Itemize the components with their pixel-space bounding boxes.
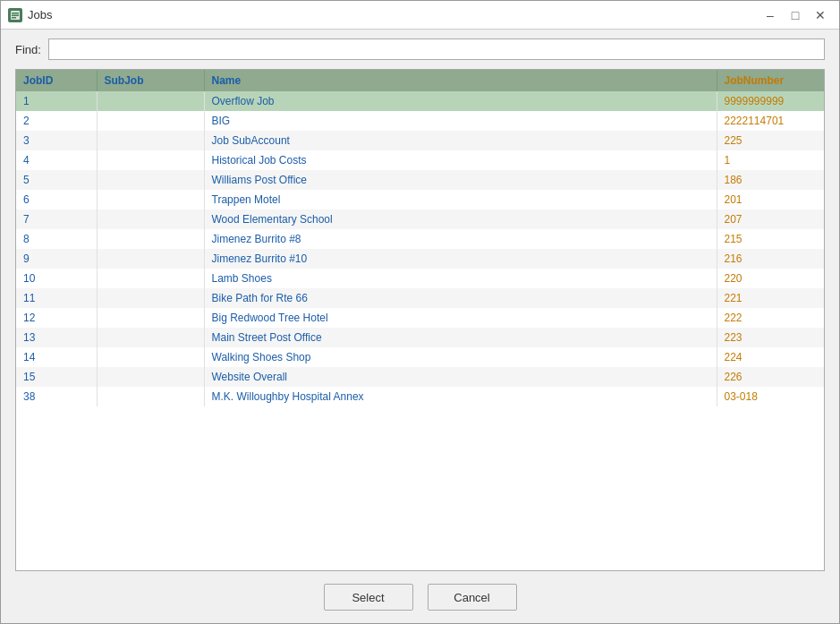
table-row[interactable]: 1Overflow Job9999999999	[16, 91, 824, 111]
cell-jobnumber: 226	[717, 367, 824, 387]
cell-jobnumber: 221	[717, 288, 824, 308]
cell-jobnumber: 1	[717, 150, 824, 170]
cell-name: Overflow Job	[204, 91, 717, 111]
table-row[interactable]: 15Website Overall226	[16, 367, 824, 387]
table-row[interactable]: 5Williams Post Office186	[16, 170, 824, 190]
col-header-jobid[interactable]: JobID	[16, 70, 97, 91]
table-row[interactable]: 14Walking Shoes Shop224	[16, 347, 824, 367]
title-bar-left: Jobs	[8, 8, 52, 22]
cell-subjob	[97, 111, 204, 131]
table-row[interactable]: 4Historical Job Costs1	[16, 150, 824, 170]
table-row[interactable]: 6Trappen Motel201	[16, 190, 824, 209]
table-row[interactable]: 13Main Street Post Office223	[16, 328, 824, 347]
cell-jobid: 11	[16, 288, 97, 308]
title-bar-buttons: – □ ✕	[759, 5, 832, 25]
cell-jobnumber: 220	[717, 269, 824, 288]
cell-name: Lamb Shoes	[204, 269, 717, 288]
cell-jobnumber: 9999999999	[717, 91, 824, 111]
cell-subjob	[97, 209, 204, 229]
cell-subjob	[97, 170, 204, 190]
select-button[interactable]: Select	[324, 584, 413, 611]
cell-jobnumber: 225	[717, 131, 824, 150]
cell-jobid: 1	[16, 91, 97, 111]
cell-jobnumber: 224	[717, 347, 824, 367]
cell-name: Big Redwood Tree Hotel	[204, 308, 717, 328]
cell-jobid: 5	[16, 170, 97, 190]
jobs-window: Jobs – □ ✕ Find: JobID SubJob Name JobNu…	[0, 0, 840, 624]
cell-name: BIG	[204, 111, 717, 131]
cell-jobid: 4	[16, 150, 97, 170]
cell-jobid: 15	[16, 367, 97, 387]
jobs-table: JobID SubJob Name JobNumber 1Overflow Jo…	[16, 70, 824, 406]
table-row[interactable]: 9Jimenez Burrito #10216	[16, 249, 824, 269]
cell-name: Historical Job Costs	[204, 150, 717, 170]
svg-rect-1	[12, 13, 19, 14]
table-row[interactable]: 7Wood Elementary School207	[16, 209, 824, 229]
cell-subjob	[97, 387, 204, 406]
close-button[interactable]: ✕	[809, 5, 832, 25]
cell-jobid: 38	[16, 387, 97, 406]
cell-subjob	[97, 131, 204, 150]
cell-jobid: 3	[16, 131, 97, 150]
minimize-button[interactable]: –	[759, 5, 782, 25]
cell-jobid: 10	[16, 269, 97, 288]
maximize-button[interactable]: □	[784, 5, 807, 25]
button-bar: Select Cancel	[1, 571, 839, 623]
table-row[interactable]: 38M.K. Willoughby Hospital Annex03-018	[16, 387, 824, 406]
svg-rect-2	[12, 14, 19, 16]
table-row[interactable]: 2BIG2222114701	[16, 111, 824, 131]
cell-jobnumber: 222	[717, 308, 824, 328]
jobs-table-container: JobID SubJob Name JobNumber 1Overflow Jo…	[15, 69, 825, 571]
svg-rect-3	[12, 17, 16, 19]
table-body: 1Overflow Job99999999992BIG22221147013Jo…	[16, 91, 824, 406]
cell-jobnumber: 2222114701	[717, 111, 824, 131]
find-label: Find:	[15, 43, 41, 56]
window-title: Jobs	[28, 8, 52, 21]
cell-jobid: 8	[16, 229, 97, 249]
cell-subjob	[97, 347, 204, 367]
cell-jobnumber: 186	[717, 170, 824, 190]
app-icon	[8, 8, 22, 22]
cell-subjob	[97, 288, 204, 308]
cell-subjob	[97, 328, 204, 347]
cell-subjob	[97, 229, 204, 249]
cell-subjob	[97, 308, 204, 328]
cell-jobnumber: 207	[717, 209, 824, 229]
cell-jobid: 7	[16, 209, 97, 229]
cell-jobid: 12	[16, 308, 97, 328]
cell-jobid: 9	[16, 249, 97, 269]
cell-name: Jimenez Burrito #10	[204, 249, 717, 269]
cell-name: Wood Elementary School	[204, 209, 717, 229]
cell-jobid: 13	[16, 328, 97, 347]
cell-jobnumber: 03-018	[717, 387, 824, 406]
title-bar: Jobs – □ ✕	[1, 1, 839, 30]
cell-subjob	[97, 150, 204, 170]
cell-name: Trappen Motel	[204, 190, 717, 209]
col-header-subjob[interactable]: SubJob	[97, 70, 204, 91]
cell-jobnumber: 201	[717, 190, 824, 209]
find-input[interactable]	[48, 38, 825, 60]
cell-jobnumber: 223	[717, 328, 824, 347]
table-row[interactable]: 11Bike Path for Rte 66221	[16, 288, 824, 308]
table-row[interactable]: 10Lamb Shoes220	[16, 269, 824, 288]
cell-jobid: 14	[16, 347, 97, 367]
cell-subjob	[97, 91, 204, 111]
col-header-name[interactable]: Name	[204, 70, 717, 91]
cell-jobnumber: 216	[717, 249, 824, 269]
cancel-button[interactable]: Cancel	[428, 584, 517, 611]
cell-name: Job SubAccount	[204, 131, 717, 150]
cell-subjob	[97, 190, 204, 209]
cell-name: M.K. Willoughby Hospital Annex	[204, 387, 717, 406]
cell-subjob	[97, 367, 204, 387]
table-row[interactable]: 3Job SubAccount225	[16, 131, 824, 150]
cell-subjob	[97, 269, 204, 288]
table-row[interactable]: 8Jimenez Burrito #8215	[16, 229, 824, 249]
table-header-row: JobID SubJob Name JobNumber	[16, 70, 824, 91]
cell-name: Jimenez Burrito #8	[204, 229, 717, 249]
find-bar: Find:	[1, 30, 839, 69]
cell-name: Williams Post Office	[204, 170, 717, 190]
cell-subjob	[97, 249, 204, 269]
col-header-jobnumber[interactable]: JobNumber	[717, 70, 824, 91]
cell-jobnumber: 215	[717, 229, 824, 249]
table-row[interactable]: 12Big Redwood Tree Hotel222	[16, 308, 824, 328]
